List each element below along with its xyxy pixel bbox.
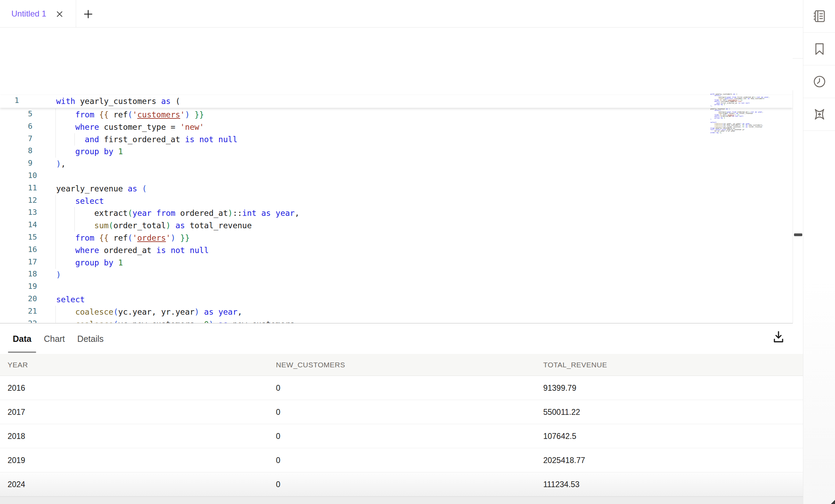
line-number: 5: [28, 109, 32, 118]
code-line-13[interactable]: 13 extract(year from ordered_at)::int as…: [0, 207, 793, 219]
line-number: 17: [28, 258, 37, 266]
line-number: 16: [28, 245, 37, 254]
line-number: 6: [28, 122, 32, 130]
line-number: 21: [28, 307, 37, 315]
indent-guide: [55, 121, 56, 133]
bookmark-icon: [812, 42, 827, 56]
indent-guide: [55, 145, 56, 158]
code-text: yearly_revenue as (: [56, 183, 147, 194]
column-header-total_revenue[interactable]: TOTAL_REVENUE: [543, 354, 607, 376]
indent-guide: [55, 219, 56, 232]
table-cell: 2019: [8, 448, 25, 472]
horizontal-scrollbar-track[interactable]: [0, 496, 803, 504]
code-text: where customer_type = 'new': [56, 122, 204, 133]
table-cell: 111234.53: [543, 472, 579, 496]
table-cell: 107642.5: [543, 424, 576, 448]
tab-bar: Untitled 1: [0, 0, 803, 28]
code-text: ),: [56, 158, 66, 169]
code-line-1[interactable]: 1with yearly_customers as (: [0, 95, 793, 108]
code-line-9[interactable]: 9),: [0, 158, 793, 170]
line-number: 7: [28, 134, 32, 143]
table-row[interactable]: 2016091399.79: [0, 376, 803, 400]
download-icon[interactable]: [771, 329, 786, 345]
line-number: 19: [28, 282, 37, 291]
code-text: with yearly_customers as (: [56, 96, 180, 107]
line-number: 10: [28, 171, 37, 180]
code-line-20[interactable]: 20select: [0, 293, 793, 306]
column-header-year[interactable]: YEAR: [8, 354, 28, 376]
line-number: 9: [28, 159, 32, 167]
table-row[interactable]: 20240111234.53: [0, 472, 803, 496]
code-text: from {{ ref('customers') }}: [56, 109, 204, 120]
right-sidebar: [803, 0, 835, 504]
editor-scrollbar[interactable]: [793, 90, 803, 324]
app-window: Untitled 1 Develop Run Query completed i…: [0, 0, 835, 504]
tab-title: Untitled 1: [11, 0, 46, 28]
indent-guide: [55, 256, 56, 269]
column-header-new_customers[interactable]: NEW_CUSTOMERS: [276, 354, 345, 376]
code-line-16[interactable]: 16 where ordered_at is not null: [0, 244, 793, 256]
line-number: 13: [28, 208, 37, 217]
table-row[interactable]: 20180107642.5: [0, 424, 803, 448]
code-line-7[interactable]: 7 and first_ordered_at is not null: [0, 133, 793, 146]
code-line-19[interactable]: 19: [0, 281, 793, 293]
tab-details[interactable]: Details: [77, 334, 103, 344]
toolbar: Develop Run: [0, 28, 803, 59]
code-line-6[interactable]: 6 where customer_type = 'new': [0, 121, 793, 133]
line-number: 15: [28, 233, 37, 241]
code-text: where ordered_at is not null: [56, 245, 209, 256]
table-cell: 2016: [8, 376, 25, 400]
code-line-10[interactable]: 10: [0, 170, 793, 182]
code-line-21[interactable]: 21 coalesce(yc.year, yr.year) as year,: [0, 306, 793, 318]
new-tab-button[interactable]: [83, 9, 94, 20]
code-line-15[interactable]: 15 from {{ ref('orders') }}: [0, 232, 793, 244]
notebook-rail-button[interactable]: [803, 0, 835, 33]
table-cell: 0: [276, 448, 280, 472]
line-number: 12: [28, 196, 37, 204]
code-line-12[interactable]: 12 select: [0, 195, 793, 207]
indent-guide: [55, 108, 56, 121]
indent-guide: [55, 133, 56, 146]
scrollbar-thumb[interactable]: [794, 233, 802, 236]
line-number: 1: [14, 96, 19, 105]
table-cell: 2017: [8, 400, 25, 424]
table-cell: 2018: [8, 424, 25, 448]
table-cell: 0: [276, 472, 280, 496]
line-number: 14: [28, 220, 37, 229]
line-number: 18: [28, 270, 37, 278]
history-icon: [812, 74, 827, 89]
code-text: coalesce(yc.year, yr.year) as year,: [56, 306, 242, 317]
history-rail-button[interactable]: [803, 65, 835, 98]
code-line-14[interactable]: 14 sum(order_total) as total_revenue: [0, 219, 793, 232]
code-line-17[interactable]: 17 group by 1: [0, 256, 793, 269]
code-line-8[interactable]: 8 group by 1: [0, 145, 793, 158]
dbt-rail-button[interactable]: [803, 98, 835, 131]
code-text: select: [56, 196, 104, 207]
resize-grip[interactable]: [831, 500, 835, 504]
code-line-5[interactable]: 5 from {{ ref('customers') }}: [0, 108, 793, 121]
code-text: from {{ ref('orders') }}: [56, 232, 190, 243]
table-row[interactable]: 20170550011.22: [0, 400, 803, 424]
tab-data[interactable]: Data: [13, 334, 31, 344]
close-icon[interactable]: [54, 9, 65, 19]
code-text: group by 1: [56, 146, 123, 157]
editor-minimap[interactable]: with yearly_customers as ( select extrac…: [710, 93, 776, 133]
code-editor[interactable]: 5 from {{ ref('customers') }}6 where cus…: [0, 58, 793, 324]
code-text: group by 1: [56, 257, 123, 268]
table-cell: 0: [276, 400, 280, 424]
bookmark-rail-button[interactable]: [803, 33, 835, 65]
line-number: 20: [28, 294, 37, 303]
tab-chart[interactable]: Chart: [44, 334, 65, 344]
indent-guide: [55, 232, 56, 244]
table-cell: 2025418.77: [543, 448, 585, 472]
table-cell: 91399.79: [543, 376, 576, 400]
table-header-row: YEARNEW_CUSTOMERSTOTAL_REVENUE: [0, 354, 803, 376]
table-row[interactable]: 201902025418.77: [0, 448, 803, 472]
indent-guide: [55, 195, 56, 207]
tab-untitled-1[interactable]: Untitled 1: [0, 0, 76, 28]
table-cell: 550011.22: [543, 400, 580, 424]
code-text: select: [56, 294, 85, 305]
code-line-11[interactable]: 11yearly_revenue as (: [0, 182, 793, 195]
code-line-18[interactable]: 18): [0, 269, 793, 281]
dbt-icon: [812, 107, 827, 122]
